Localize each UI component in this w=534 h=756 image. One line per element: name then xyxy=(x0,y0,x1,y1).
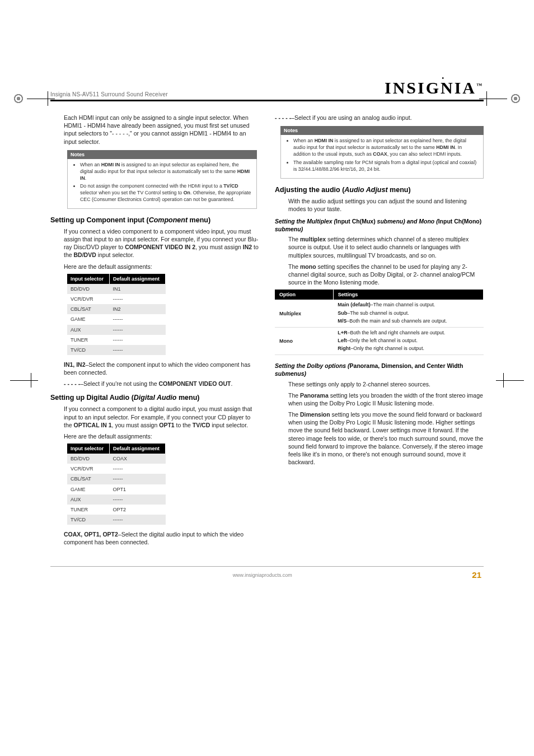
digital-after: COAX, OPT1, OPT2–Select the digital audi… xyxy=(50,530,259,546)
table-header: Settings xyxy=(333,290,483,300)
table-row: CBL/SATIN2 xyxy=(67,304,166,314)
heading-multiplex: Setting the Multiplex (Input Ch(Mux) sub… xyxy=(275,217,484,233)
notes-header: Notes xyxy=(280,126,484,135)
heading-audio-adjust: Adjusting the audio (Audio Adjust menu) xyxy=(275,185,484,195)
table-row: Multiplex Main (default)–The main channe… xyxy=(275,300,484,327)
heading-digital-audio: Setting up Digital Audio (Digital Audio … xyxy=(50,393,259,403)
notes-item: The available sampling rate for PCM sign… xyxy=(293,160,479,173)
table-row: GAMEOPT1 xyxy=(67,484,166,494)
dolby-paragraph-2: The Panorama setting lets you broaden th… xyxy=(275,391,484,407)
table-row: AUX------ xyxy=(67,494,166,505)
dolby-paragraph-1: These settings only apply to 2-channel s… xyxy=(275,380,484,388)
table-row: Mono L+R–Both the left and right channel… xyxy=(275,327,484,354)
table-row: VCR/DVR------ xyxy=(67,464,166,474)
options-table: OptionSettings Multiplex Main (default)–… xyxy=(275,290,484,355)
table-row: VCR/DVR------ xyxy=(67,294,166,304)
table-row: GAME------ xyxy=(67,314,166,324)
table-header: Input selector xyxy=(67,274,110,284)
component-after-2: - - - - -–Select if you're not using the… xyxy=(50,380,259,388)
page-header: Insignia NS-AV511 Surround Sound Receive… xyxy=(50,78,484,101)
table-header: Input selector xyxy=(67,444,110,454)
table-row: AUX------ xyxy=(67,325,166,335)
digital-assignment-table: Input selectorDefault assignment BD/DVDC… xyxy=(67,444,166,525)
brand-logo: INSIGNIA™ • xyxy=(385,78,484,97)
notes-item: When an HDMI IN is assigned to an input … xyxy=(80,162,252,182)
component-assignment-table: Input selectorDefault assignment BD/DVDI… xyxy=(67,274,166,355)
heading-component-input: Setting up Component input (Component me… xyxy=(50,216,259,225)
hdmi-intro-text: Each HDMI input can only be assigned to … xyxy=(50,114,259,146)
component-after-1: IN1, IN2–Select the component input to w… xyxy=(50,361,259,376)
page-number: 21 xyxy=(472,570,481,580)
table-header: Default assignment xyxy=(110,274,166,284)
digital-paragraph-1: If you connect a component to a digital … xyxy=(50,405,259,429)
table-row: CBL/SAT------ xyxy=(67,474,166,484)
component-paragraph-2: Here are the default assignments: xyxy=(50,263,259,270)
component-paragraph-1: If you connect a video component to a co… xyxy=(50,227,259,259)
table-row: TV/CD------ xyxy=(67,515,166,525)
table-row: BD/DVDCOAX xyxy=(67,454,166,464)
notes-item: When an HDMI IN is assigned to an input … xyxy=(293,138,479,158)
dolby-paragraph-3: The Dimension setting lets you move the … xyxy=(275,410,484,466)
table-row: TUNEROPT2 xyxy=(67,505,166,515)
digital-paragraph-2: Here are the default assignments: xyxy=(50,432,259,440)
left-column: Each HDMI input can only be assigned to … xyxy=(50,114,259,549)
notes-box-2: Notes When an HDMI IN is assigned to an … xyxy=(280,126,484,179)
mux-paragraph-2: The mono setting specifies the channel t… xyxy=(275,263,484,287)
page-footer: www.insigniaproducts.com 21 xyxy=(50,566,484,580)
table-row: BD/DVDIN1 xyxy=(67,284,166,294)
adjust-paragraph: With the audio adjust settings you can a… xyxy=(275,197,484,213)
table-row: TV/CD------ xyxy=(67,345,166,355)
table-header: Option xyxy=(275,290,333,300)
notes-item: Do not assign the component connected wi… xyxy=(80,183,252,203)
notes-box-1: Notes When an HDMI IN is assigned to an … xyxy=(67,150,257,209)
analog-input-line: - - - - -–Select if you are using an ana… xyxy=(275,114,484,122)
footer-url: www.insigniaproducts.com xyxy=(53,572,472,578)
right-column: - - - - -–Select if you are using an ana… xyxy=(275,114,484,549)
heading-dolby-options: Setting the Dolby options (Panorama, Dim… xyxy=(275,362,484,377)
notes-header: Notes xyxy=(67,150,257,159)
mux-paragraph-1: The multiplex setting determines which c… xyxy=(275,235,484,259)
table-header: Default assignment xyxy=(110,444,166,454)
table-row: TUNER------ xyxy=(67,335,166,345)
product-line: Insignia NS-AV511 Surround Sound Receive… xyxy=(50,91,168,97)
